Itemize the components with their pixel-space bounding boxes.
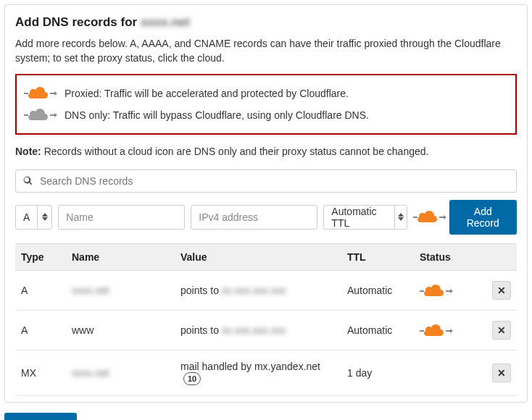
legend-dnsonly-row: DNS only: Traffic will bypass Cloudflare… [24, 104, 508, 126]
record-value-input[interactable] [191, 205, 317, 230]
proxy-status-toggle[interactable] [420, 285, 450, 298]
cell-ttl[interactable]: Automatic [341, 270, 414, 310]
cell-type[interactable]: MX [15, 350, 66, 395]
arrow-left-icon [413, 217, 417, 218]
legend-proxied-row: Proxied: Traffic will be accelerated and… [24, 83, 508, 104]
cell-status [414, 310, 486, 350]
arrow-left-icon [24, 114, 28, 116]
search-box[interactable] [15, 169, 517, 193]
search-icon [23, 176, 33, 185]
arrow-right-icon [446, 290, 450, 292]
ttl-select[interactable]: Automatic TTL [323, 205, 407, 230]
table-row: Axxxx.netpoints to xx.xxx.xxx.xxxAutomat… [15, 270, 517, 310]
delete-row-button[interactable]: ✕ [492, 321, 511, 340]
add-record-form: A Automatic TTL Add Record [15, 200, 517, 235]
col-ttl: TTL [341, 243, 414, 270]
cell-name[interactable]: xxxx.net [66, 270, 175, 310]
cell-name[interactable]: www [66, 310, 175, 350]
cloud-grey-icon [24, 109, 54, 122]
title-prefix: Add DNS records for [15, 15, 137, 29]
intro-text: Add more records below. A, AAAA, and CNA… [15, 37, 517, 65]
note-label: Note: [15, 146, 41, 157]
cell-value[interactable]: points to xx.xxx.xxx.xxx [175, 310, 341, 350]
cell-status [414, 270, 486, 310]
cell-status [414, 350, 486, 395]
search-input[interactable] [38, 175, 509, 188]
cell-value[interactable]: mail handled by mx.yandex.net 10 [175, 350, 341, 395]
cloud-orange-icon [24, 87, 54, 100]
proxy-status-toggle[interactable] [420, 324, 450, 337]
stepper-icon [37, 206, 51, 229]
col-name: Name [66, 243, 175, 270]
col-type: Type [15, 243, 66, 270]
cell-type[interactable]: A [15, 310, 66, 350]
col-status: Status [414, 243, 486, 270]
record-type-select[interactable]: A [15, 205, 52, 230]
priority-badge: 10 [183, 372, 201, 385]
arrow-right-icon [50, 114, 54, 116]
arrow-left-icon [420, 290, 424, 292]
delete-row-button[interactable]: ✕ [492, 281, 511, 300]
cell-ttl[interactable]: Automatic [341, 310, 414, 350]
stepper-icon [394, 206, 407, 229]
add-record-button[interactable]: Add Record [449, 200, 517, 235]
cell-value[interactable]: points to xx.xxx.xxx.xxx [175, 270, 341, 310]
arrow-left-icon [24, 93, 28, 94]
table-header-row: Type Name Value TTL Status [15, 243, 517, 270]
cell-type[interactable]: A [15, 270, 66, 310]
table-row: Awwwpoints to xx.xxx.xxx.xxxAutomatic✕ [15, 310, 517, 350]
arrow-right-icon [50, 93, 54, 94]
table-row: MXxxxx.netmail handled by mx.yandex.net … [15, 350, 517, 395]
cell-ttl[interactable]: 1 day [341, 350, 414, 395]
arrow-right-icon [446, 330, 450, 332]
legend-dnsonly-text: DNS only: Traffic will bypass Cloudflare… [65, 109, 369, 121]
col-value: Value [175, 243, 341, 270]
record-type-value: A [16, 211, 37, 223]
dns-table: Type Name Value TTL Status Axxxx.netpoin… [15, 243, 517, 396]
record-name-input[interactable] [58, 205, 185, 230]
arrow-left-icon [420, 330, 424, 332]
continue-button[interactable]: Continue [4, 413, 77, 420]
arrow-right-icon [439, 217, 444, 218]
title-domain: xxxx.net [141, 15, 190, 30]
note: Note: Records without a cloud icon are D… [15, 145, 517, 159]
proxy-legend: Proxied: Traffic will be accelerated and… [15, 74, 517, 135]
delete-row-button[interactable]: ✕ [492, 364, 511, 382]
proxy-toggle[interactable] [413, 211, 444, 224]
note-text: Records without a cloud icon are DNS onl… [41, 146, 429, 157]
cell-name[interactable]: xxxx.net [66, 350, 175, 395]
page-title: Add DNS records for xxxx.net [15, 15, 517, 30]
legend-proxied-text: Proxied: Traffic will be accelerated and… [65, 88, 349, 99]
ttl-value: Automatic TTL [324, 206, 394, 229]
dns-panel: Add DNS records for xxxx.net Add more re… [4, 4, 528, 403]
